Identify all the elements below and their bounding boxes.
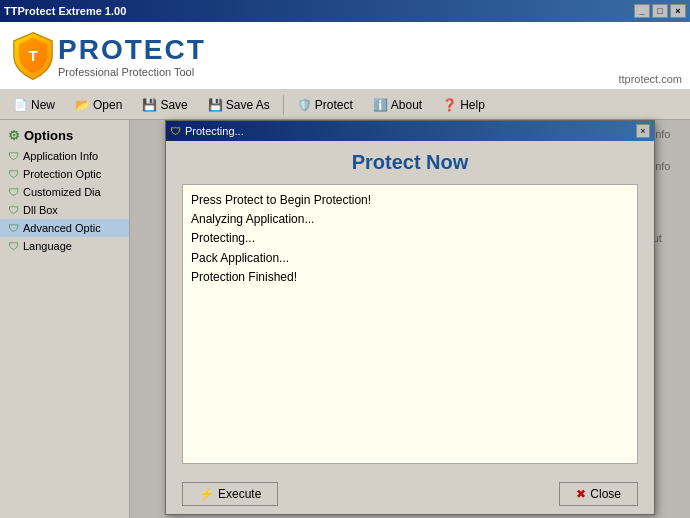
logo-area: T PROTECT Professional Protection Tool xyxy=(8,31,206,81)
protection-icon: 🛡 xyxy=(8,168,19,180)
protecting-dialog: 🛡 Protecting... × Protect Now Press Prot… xyxy=(165,120,655,515)
app-info-icon: 🛡 xyxy=(8,150,19,162)
language-icon: 🛡 xyxy=(8,240,19,252)
help-button[interactable]: ❓ Help xyxy=(433,93,494,117)
about-button[interactable]: ℹ️ About xyxy=(364,93,431,117)
saveas-label: Save As xyxy=(226,98,270,112)
minimize-button[interactable]: _ xyxy=(634,4,650,18)
app-title: TTProtect Extreme 1.00 xyxy=(4,5,126,17)
help-icon: ❓ xyxy=(442,98,457,112)
log-line-3: Protecting... xyxy=(191,229,629,248)
toolbar-separator-1 xyxy=(283,95,284,115)
log-line-4: Pack Application... xyxy=(191,249,629,268)
protect-button[interactable]: 🛡️ Protect xyxy=(288,93,362,117)
close-label: Close xyxy=(590,487,621,501)
protect-label: Protect xyxy=(315,98,353,112)
logo-text-area: PROTECT Professional Protection Tool xyxy=(58,34,206,78)
save-button[interactable]: 💾 Save xyxy=(133,93,196,117)
log-line-2: Analyzing Application... xyxy=(191,210,629,229)
execute-icon: ⚡ xyxy=(199,487,214,501)
sidebar-item-protection[interactable]: 🛡 Protection Optic xyxy=(0,165,129,183)
logo-shield-icon: T xyxy=(8,31,58,81)
dialog-title-icon: 🛡 xyxy=(170,125,181,137)
about-label: About xyxy=(391,98,422,112)
dialog-title-text: Protecting... xyxy=(185,125,244,137)
content-pane: ssion info ssion info ss input 🛡 Protect… xyxy=(130,120,690,518)
sidebar-item-advanced-label: Advanced Optic xyxy=(23,222,101,234)
sidebar-item-customized-label: Customized Dia xyxy=(23,186,101,198)
maximize-button[interactable]: □ xyxy=(652,4,668,18)
save-label: Save xyxy=(160,98,187,112)
save-icon: 💾 xyxy=(142,98,157,112)
header-url: ttprotect.com xyxy=(618,73,682,89)
open-icon: 📂 xyxy=(75,98,90,112)
new-icon: 📄 xyxy=(13,98,28,112)
dialog-log-area: Press Protect to Begin Protection! Analy… xyxy=(182,184,638,464)
sidebar-item-protection-label: Protection Optic xyxy=(23,168,101,180)
sidebar-item-language[interactable]: 🛡 Language xyxy=(0,237,129,255)
customized-icon: 🛡 xyxy=(8,186,19,198)
close-icon: ✖ xyxy=(576,487,586,501)
title-bar-controls[interactable]: _ □ × xyxy=(634,4,686,18)
protect-icon: 🛡️ xyxy=(297,98,312,112)
sidebar-item-app-info[interactable]: 🛡 Application Info xyxy=(0,147,129,165)
main-area: ⚙ Options 🛡 Application Info 🛡 Protectio… xyxy=(0,120,690,518)
open-button[interactable]: 📂 Open xyxy=(66,93,131,117)
saveas-button[interactable]: 💾 Save As xyxy=(199,93,279,117)
dialog-title-icon-area: 🛡 Protecting... xyxy=(170,125,244,137)
sidebar-item-dll-label: Dll Box xyxy=(23,204,58,216)
dialog-close-button[interactable]: ✖ Close xyxy=(559,482,638,506)
logo-subtitle: Professional Protection Tool xyxy=(58,66,206,78)
dialog-body: Protect Now Press Protect to Begin Prote… xyxy=(166,141,654,474)
execute-button[interactable]: ⚡ Execute xyxy=(182,482,278,506)
title-bar-title: TTProtect Extreme 1.00 xyxy=(4,5,126,17)
logo-protect-text: PROTECT xyxy=(58,34,206,66)
svg-text:T: T xyxy=(28,47,37,64)
sidebar-item-language-label: Language xyxy=(23,240,72,252)
execute-label: Execute xyxy=(218,487,261,501)
sidebar-item-customized[interactable]: 🛡 Customized Dia xyxy=(0,183,129,201)
dialog-heading: Protect Now xyxy=(182,151,638,174)
sidebar-title-label: Options xyxy=(24,128,73,143)
sidebar-title: ⚙ Options xyxy=(0,124,129,147)
close-button[interactable]: × xyxy=(670,4,686,18)
open-label: Open xyxy=(93,98,122,112)
new-label: New xyxy=(31,98,55,112)
new-button[interactable]: 📄 New xyxy=(4,93,64,117)
advanced-icon: 🛡 xyxy=(8,222,19,234)
help-label: Help xyxy=(460,98,485,112)
app-header: T PROTECT Professional Protection Tool t… xyxy=(0,22,690,90)
dll-icon: 🛡 xyxy=(8,204,19,216)
log-line-1: Press Protect to Begin Protection! xyxy=(191,191,629,210)
dialog-overlay: 🛡 Protecting... × Protect Now Press Prot… xyxy=(130,120,690,518)
saveas-icon: 💾 xyxy=(208,98,223,112)
about-icon: ℹ️ xyxy=(373,98,388,112)
dialog-footer: ⚡ Execute ✖ Close xyxy=(166,474,654,514)
dialog-title-bar: 🛡 Protecting... × xyxy=(166,121,654,141)
title-bar: TTProtect Extreme 1.00 _ □ × xyxy=(0,0,690,22)
log-line-5: Protection Finished! xyxy=(191,268,629,287)
toolbar: 📄 New 📂 Open 💾 Save 💾 Save As 🛡️ Protect… xyxy=(0,90,690,120)
sidebar-item-advanced[interactable]: 🛡 Advanced Optic xyxy=(0,219,129,237)
sidebar-item-dll-box[interactable]: 🛡 Dll Box xyxy=(0,201,129,219)
dialog-close-x-button[interactable]: × xyxy=(636,124,650,138)
sidebar-title-icon: ⚙ xyxy=(8,128,20,143)
sidebar: ⚙ Options 🛡 Application Info 🛡 Protectio… xyxy=(0,120,130,518)
sidebar-item-app-info-label: Application Info xyxy=(23,150,98,162)
